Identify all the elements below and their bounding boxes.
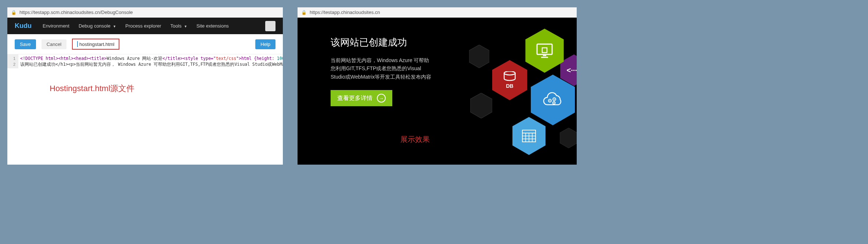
rendered-page-window: 🔒 https://testapp.chinacloudsites.cn 该网站… (298, 7, 577, 165)
decorative-hexagon-icon (470, 93, 492, 118)
arrow-right-icon: → (377, 94, 386, 103)
svg-point-14 (554, 102, 555, 103)
kudu-logo: Kudu (15, 22, 32, 30)
nav-site-extensions[interactable]: Site extensions (197, 23, 229, 29)
annotation-source-file: Hostingstart.html源文件 (7, 68, 283, 105)
nav-tools[interactable]: Tools ▼ (170, 23, 187, 29)
code-line-1: <!DOCTYPE html><html><head><title>Window… (20, 55, 281, 61)
editor-toolbar: Save Cancel hostingstart.html Help (7, 34, 283, 54)
filename-input[interactable]: hostingstart.html (79, 42, 114, 47)
welcome-text-block: 该网站已创建成功 当前网站暂无内容，Windows Azure 可帮助您利用GI… (312, 29, 433, 106)
line-gutter: 1 2 (7, 54, 18, 68)
database-hexagon-icon: DB (492, 60, 527, 100)
url-right[interactable]: https://testapp.chinacloudsites.cn (310, 10, 380, 15)
svg-point-10 (550, 100, 551, 101)
decorative-hexagon-icon (560, 128, 577, 148)
decorative-hexagon-icon (469, 45, 489, 68)
page-description: 当前网站暂无内容，Windows Azure 可帮助您利用GIT,TFS,FTP… (331, 56, 433, 81)
svg-marker-23 (469, 45, 489, 68)
svg-point-12 (554, 98, 555, 100)
kudu-editor-window: 🔒 https://testapp.scm.chinacloudsites.cn… (7, 7, 283, 165)
save-button[interactable]: Save (15, 39, 36, 49)
chevron-down-icon: ▼ (113, 25, 116, 28)
code-editor[interactable]: 1 2 <!DOCTYPE html><html><head><title>Wi… (7, 54, 283, 68)
address-bar-right: 🔒 https://testapp.chinacloudsites.cn (298, 7, 577, 18)
nav-debug-console[interactable]: Debug console ▼ (79, 23, 116, 29)
svg-marker-25 (560, 128, 577, 148)
chevron-down-icon: ▼ (184, 25, 187, 28)
page-body: 该网站已创建成功 当前网站暂无内容，Windows Azure 可帮助您利用GI… (298, 18, 577, 165)
nav-environment[interactable]: Environment (43, 23, 69, 29)
line-number: 2 (10, 61, 15, 67)
svg-marker-24 (470, 93, 492, 118)
code-content[interactable]: <!DOCTYPE html><html><head><title>Window… (18, 54, 283, 68)
help-button[interactable]: Help (255, 39, 275, 49)
annotation-display-effect: 展示效果 (400, 134, 430, 144)
calendar-hexagon-icon (512, 117, 545, 155)
code-line-2: 该网站已创建成功</h1><p>当前网站暂无内容， Windows Azure … (20, 61, 281, 67)
address-bar-left: 🔒 https://testapp.scm.chinacloudsites.cn… (7, 7, 283, 18)
filename-input-highlight: hostingstart.html (72, 39, 119, 50)
monitor-hexagon-icon (525, 29, 564, 73)
page-title: 该网站已创建成功 (331, 36, 433, 49)
details-button-label: 查看更多详情 (337, 94, 372, 102)
text-cursor (77, 41, 78, 47)
user-avatar-icon[interactable] (265, 21, 275, 31)
lock-icon: 🔒 (301, 10, 307, 15)
svg-point-7 (504, 71, 515, 75)
svg-rect-3 (542, 48, 547, 53)
line-number: 1 (10, 55, 15, 61)
hexagon-icons-cluster: <···> DB (433, 18, 577, 165)
url-left[interactable]: https://testapp.scm.chinacloudsites.cn/D… (19, 10, 133, 15)
details-button[interactable]: 查看更多详情 → (331, 90, 392, 106)
lock-icon: 🔒 (11, 10, 17, 15)
kudu-navbar: Kudu Environment Debug console ▼ Process… (7, 18, 283, 34)
cancel-button[interactable]: Cancel (42, 39, 66, 49)
nav-process-explorer[interactable]: Process explorer (125, 23, 161, 29)
